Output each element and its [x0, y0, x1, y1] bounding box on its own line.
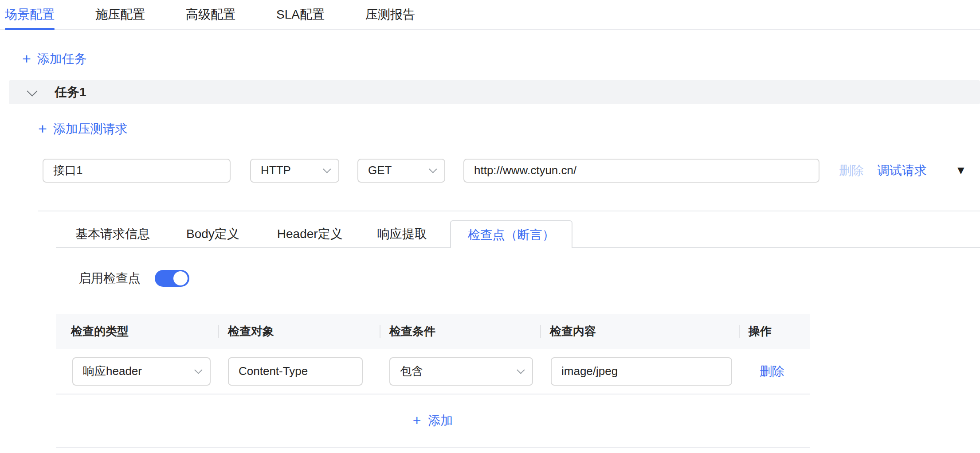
request-sub-tabs: 基本请求信息 Body定义 Header定义 响应提取 检查点（断言） — [56, 220, 980, 248]
enable-checkpoint-toggle[interactable] — [155, 270, 189, 287]
request-url-input[interactable] — [463, 159, 819, 183]
method-value: GET — [368, 164, 392, 177]
sub-tab-label: Body定义 — [186, 226, 239, 242]
delete-request-button[interactable]: 删除 — [839, 162, 864, 179]
tab-test-report[interactable]: 压测报告 — [365, 0, 415, 29]
protocol-value: HTTP — [261, 164, 291, 177]
tab-checkpoint-assertion[interactable]: 检查点（断言） — [450, 220, 572, 248]
debug-request-button[interactable]: 调试请求 — [877, 162, 927, 179]
tab-advanced-config[interactable]: 高级配置 — [186, 0, 235, 29]
check-type-select[interactable]: 响应header — [72, 357, 211, 386]
collapse-caret-icon[interactable]: ▼ — [955, 164, 967, 177]
add-checkpoint-label: 添加 — [428, 412, 453, 429]
method-select[interactable]: GET — [357, 159, 445, 183]
plus-icon: + — [413, 413, 421, 427]
protocol-select[interactable]: HTTP — [250, 159, 339, 183]
top-tab-bar: 场景配置 施压配置 高级配置 SLA配置 压测报告 — [0, 0, 980, 30]
column-header-check-content: 检查内容 — [540, 314, 739, 349]
tab-body-definition[interactable]: Body定义 — [186, 220, 239, 247]
sub-tab-label: 基本请求信息 — [75, 226, 150, 242]
section-divider — [38, 211, 980, 211]
chevron-down-icon — [194, 366, 202, 374]
chevron-down-icon — [517, 366, 525, 374]
active-tab-underline — [5, 28, 55, 30]
sub-tab-label: 响应提取 — [377, 226, 427, 242]
plus-icon: + — [38, 121, 47, 136]
column-header-actions: 操作 — [739, 314, 810, 349]
column-header-check-target: 检查对象 — [218, 314, 380, 349]
add-task-label: 添加任务 — [37, 51, 87, 67]
task-title: 任务1 — [55, 84, 86, 101]
tab-scene-config[interactable]: 场景配置 — [5, 0, 55, 29]
table-row: 响应header 包含 删除 — [56, 349, 810, 394]
chevron-down-icon — [323, 165, 331, 173]
task-panel-header[interactable]: 任务1 — [9, 80, 980, 104]
tab-label: 施压配置 — [95, 6, 145, 23]
add-checkpoint-row: + 添加 — [56, 394, 810, 448]
sub-tab-label: Header定义 — [277, 226, 343, 242]
request-row: HTTP GET 删除 调试请求 ▼ — [43, 158, 980, 183]
column-header-check-condition: 检查条件 — [380, 314, 540, 349]
tab-response-extraction[interactable]: 响应提取 — [377, 220, 427, 247]
tab-label: SLA配置 — [276, 6, 325, 23]
tab-pressure-config[interactable]: 施压配置 — [95, 0, 145, 29]
request-name-input[interactable] — [43, 159, 231, 183]
add-task-button[interactable]: + 添加任务 — [22, 51, 87, 67]
chevron-down-icon — [429, 165, 437, 173]
plus-icon: + — [22, 51, 31, 66]
table-header-row: 检查的类型 检查对象 检查条件 检查内容 操作 — [56, 314, 810, 349]
tab-header-definition[interactable]: Header定义 — [277, 220, 343, 247]
check-type-value: 响应header — [83, 363, 142, 379]
delete-row-button[interactable]: 删除 — [760, 363, 784, 380]
tab-label: 压测报告 — [365, 6, 415, 23]
sub-tab-label: 检查点（断言） — [468, 226, 555, 243]
tab-sla-config[interactable]: SLA配置 — [276, 0, 325, 29]
enable-checkpoint-label: 启用检查点 — [78, 270, 141, 287]
check-condition-value: 包含 — [400, 363, 423, 379]
check-target-input[interactable] — [228, 357, 363, 386]
tab-label: 高级配置 — [186, 6, 235, 23]
tab-basic-request-info[interactable]: 基本请求信息 — [75, 220, 150, 247]
toggle-knob — [173, 271, 188, 285]
enable-checkpoint-row: 启用检查点 — [78, 269, 980, 287]
tab-label: 场景配置 — [5, 6, 55, 23]
chevron-down-icon — [27, 86, 37, 96]
checkpoint-table: 检查的类型 检查对象 检查条件 检查内容 操作 响应header 包含 删除 +… — [56, 314, 810, 448]
add-checkpoint-button[interactable]: + 添加 — [413, 412, 453, 429]
check-content-input[interactable] — [551, 357, 732, 386]
add-request-label: 添加压测请求 — [53, 121, 128, 137]
check-condition-select[interactable]: 包含 — [389, 357, 533, 386]
add-request-button[interactable]: + 添加压测请求 — [38, 121, 128, 137]
column-header-check-type: 检查的类型 — [56, 314, 218, 349]
